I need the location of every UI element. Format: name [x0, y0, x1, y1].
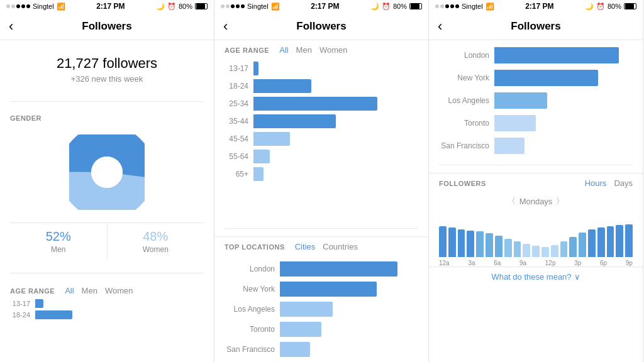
loc-tab-countries[interactable]: Countries [323, 242, 358, 251]
followers-section-header: FOLLOWERS Hours Days [429, 173, 643, 193]
hour-bar [514, 241, 521, 257]
age-range-section-1: AGE RANGE All Men Women [0, 281, 214, 295]
time-tab-days[interactable]: Days [614, 178, 633, 188]
hour-bar [448, 228, 456, 257]
time-1: 2:17 PM [96, 2, 125, 11]
women-pct: 48% [113, 229, 199, 244]
hour-bar [523, 244, 530, 257]
women-stat: 48% Women [108, 223, 204, 260]
back-button-2[interactable]: ‹ [223, 18, 228, 35]
gender-title: GENDER [0, 109, 214, 124]
battery-pct-1: 80% [179, 3, 192, 10]
age-tab-men-1[interactable]: Men [82, 286, 97, 295]
hour-bar [560, 241, 568, 257]
hour-bar [551, 245, 558, 258]
carrier-2: Singtel [247, 3, 269, 10]
pie-chart [69, 134, 145, 210]
hour-bar [597, 228, 605, 257]
hour-bar [569, 237, 577, 258]
hour-bar [532, 246, 540, 257]
time-tabs: Hours Days [585, 178, 633, 188]
age-range-title-2: AGE RANGE [225, 47, 269, 54]
age-tab-all-1[interactable]: All [65, 286, 74, 295]
age-bar-5564: 55-64 [214, 148, 428, 165]
men-pct: 52% [15, 229, 102, 244]
what-mean-label: What do these mean? [491, 272, 571, 282]
hour-bar [616, 225, 623, 257]
wifi-icon-3: 📶 [486, 3, 494, 11]
followers-new: +326 new this week [10, 74, 204, 84]
svg-point-2 [91, 156, 123, 188]
hour-bar [486, 233, 493, 257]
pie-svg [69, 134, 145, 210]
hour-bar [439, 226, 447, 257]
back-button-3[interactable]: ‹ [438, 18, 442, 35]
age-tab-all-2[interactable]: All [279, 45, 288, 55]
divider-p3 [439, 165, 633, 165]
hour-bar [467, 231, 474, 257]
age-tab-women-2[interactable]: Women [319, 45, 348, 55]
nav-title-3: Followers [511, 20, 560, 33]
loc-tab-cities[interactable]: Cities [295, 242, 316, 251]
age-bar-3544: 35-44 [214, 112, 428, 130]
age-bars-section: 13-17 18-24 25-34 35-44 45-54 55-64 65+ [214, 55, 428, 221]
followers-count: 21,727 followers [10, 55, 204, 72]
hour-bar [495, 236, 502, 257]
gender-labels: 52% Men 48% Women [10, 222, 204, 260]
chevron-down-icon: ∨ [574, 272, 580, 282]
hour-bar [504, 239, 512, 257]
battery-pct-2: 80% [393, 3, 407, 10]
hour-bar [607, 226, 614, 257]
battery-bar-1 [195, 3, 208, 9]
time-3: 2:17 PM [525, 2, 553, 11]
signal-3 [435, 4, 459, 8]
what-mean-row[interactable]: What do these mean? ∨ [429, 266, 643, 287]
alarm-icon-2: ⏰ [382, 3, 391, 11]
moon-icon-1: 🌙 [156, 3, 165, 11]
divider-2 [10, 273, 204, 273]
loc-bar-sanfrancisco: San Francisco [214, 339, 428, 359]
women-label: Women [113, 245, 199, 254]
hour-bar [476, 231, 484, 257]
battery-pct-3: 80% [608, 3, 621, 10]
mini-bars: 13-17 18-24 [0, 295, 214, 321]
chevron-right-icon[interactable]: 〉 [556, 195, 564, 207]
age-bar-65plus: 65+ [214, 165, 428, 183]
followers-sec-title: FOLLOWERS [439, 180, 577, 187]
nav-bar-1: ‹ Followers [0, 13, 214, 40]
signal-1 [6, 4, 30, 8]
divider-p2 [225, 228, 418, 229]
loc-bar-losangeles: Los Angeles [214, 299, 428, 319]
age-bar-1317: 13-17 [214, 60, 428, 77]
loc-bar-toronto: Toronto [214, 319, 428, 339]
status-bar-3: Singtel 📶 2:17 PM 🌙 ⏰ 80% [429, 0, 643, 13]
age-tab-women-1[interactable]: Women [105, 286, 133, 295]
city-bar-sf-3: San Francisco [429, 134, 643, 157]
moon-icon-2: 🌙 [370, 3, 379, 11]
age-tabs-1: All Men Women [65, 286, 133, 295]
panel-2: Singtel 📶 2:17 PM 🌙 ⏰ 80% ‹ Followers AG… [214, 0, 429, 362]
hours-chart [429, 209, 643, 260]
status-bar-2: Singtel 📶 2:17 PM 🌙 ⏰ 80% [214, 0, 428, 13]
carrier-3: Singtel [462, 3, 483, 10]
back-button-1[interactable]: ‹ [9, 18, 13, 35]
battery-bar-3 [624, 3, 636, 9]
age-range-title-1: AGE RANGE [10, 287, 55, 295]
hour-labels: 12a 3a 6a 9a 12p 3p 6p 9p [429, 260, 643, 266]
battery-bar-2 [409, 3, 422, 9]
nav-title-2: Followers [296, 20, 346, 33]
nav-title-1: Followers [82, 20, 131, 33]
time-tab-hours[interactable]: Hours [585, 178, 607, 188]
gender-section: 52% Men 48% Women [0, 124, 214, 265]
alarm-icon-3: ⏰ [596, 3, 605, 11]
hour-bar [625, 224, 633, 257]
age-range-section-2: AGE RANGE All Men Women [214, 40, 428, 55]
city-bar-london-3: London [429, 44, 643, 67]
top-cities-partial: London New York Los Angeles Toronto San … [429, 40, 643, 157]
followers-summary: 21,727 followers +326 new this week [0, 40, 214, 94]
alarm-icon-1: ⏰ [167, 3, 176, 11]
chevron-left-icon[interactable]: 〈 [508, 195, 516, 207]
carrier-1: Singtel [33, 3, 54, 10]
time-2: 2:17 PM [311, 2, 339, 11]
age-tab-men-2[interactable]: Men [296, 45, 312, 55]
